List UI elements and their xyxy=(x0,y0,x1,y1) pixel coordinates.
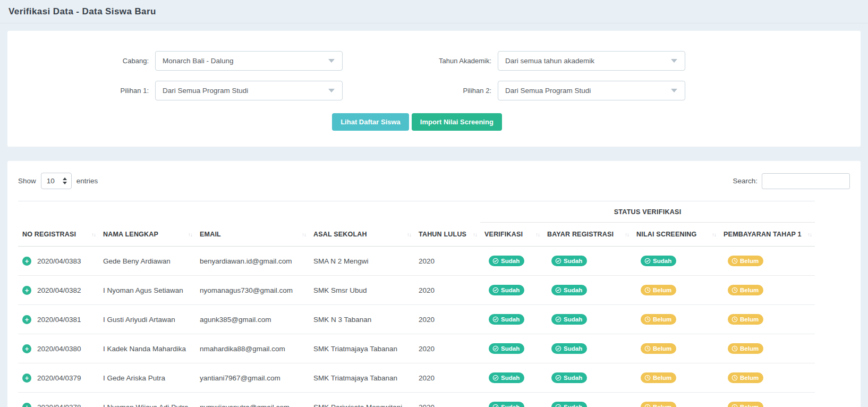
cabang-select-value: Monarch Bali - Dalung xyxy=(163,57,234,65)
no-registrasi-cell: 2020/04/0379 xyxy=(37,374,81,382)
no-registrasi-cell: 2020/04/0378 xyxy=(37,403,81,407)
verifikasi-status-badge: Sudah xyxy=(489,402,524,407)
chevron-down-icon xyxy=(328,89,335,92)
table-panel: Show 10 entries Search: STATUS VERI xyxy=(7,161,861,407)
verifikasi-status-badge: Sudah xyxy=(489,285,524,295)
nilai-screening-status-badge: Belum xyxy=(641,314,676,325)
no-registrasi-cell: 2020/04/0381 xyxy=(37,316,81,324)
email-cell: yantiani7967@gmail.com xyxy=(195,363,309,393)
col-bayar-registrasi[interactable]: BAYAR REGISTRASI↑↓ xyxy=(543,223,632,247)
tahun-akademik-label: Tahun Akademik: xyxy=(348,57,492,65)
email-cell: benyardiawan.id@gmail.com xyxy=(195,247,309,276)
no-registrasi-cell: 2020/04/0380 xyxy=(37,345,81,353)
tahun-akademik-select[interactable]: Dari semua tahun akademik xyxy=(498,51,685,71)
table-row: + 2020/04/0380 I Kadek Nanda Mahardika n… xyxy=(18,334,815,363)
nilai-screening-status-badge: Belum xyxy=(641,402,676,407)
cabang-select[interactable]: Monarch Bali - Dalung xyxy=(155,51,343,71)
sort-icon: ↑↓ xyxy=(625,232,629,238)
verifikasi-status-badge: Sudah xyxy=(489,256,524,266)
verifikasi-status-badge: Sudah xyxy=(489,314,524,325)
sort-icon: ↑↓ xyxy=(91,231,96,237)
show-label: Show xyxy=(18,177,36,185)
tahun-lulus-cell: 2020 xyxy=(414,363,480,393)
bayar-registrasi-status-badge: Sudah xyxy=(551,402,587,407)
bayar-registrasi-status-badge: Sudah xyxy=(551,256,587,266)
students-table: STATUS VERIFIKASI NO REGISTRASI↑↓ NAMA L… xyxy=(18,201,815,407)
sort-icon: ↑↓ xyxy=(807,232,812,238)
tahun-lulus-cell: 2020 xyxy=(414,393,480,407)
expand-row-button[interactable]: + xyxy=(22,344,31,353)
col-no-registrasi[interactable]: NO REGISTRASI↑↓ xyxy=(18,223,99,247)
filter-panel: Cabang: Monarch Bali - Dalung Tahun Akad… xyxy=(7,31,861,147)
filter-grid: Cabang: Monarch Bali - Dalung Tahun Akad… xyxy=(7,51,861,100)
page-length-value: 10 xyxy=(47,177,55,185)
asal-sekolah-cell: SMK Triatmajaya Tabanan xyxy=(309,363,414,393)
col-nama-lengkap[interactable]: NAMA LENGKAP↑↓ xyxy=(99,223,195,247)
table-row: + 2020/04/0382 I Nyoman Agus Setiawan ny… xyxy=(18,276,815,305)
col-tahun-lulus[interactable]: TAHUN LULUS↑↓ xyxy=(414,223,480,247)
asal-sekolah-cell: SMK Triatmajaya Tabanan xyxy=(309,334,414,363)
table-row: + 2020/04/0378 I Nyoman Wijaya Adi Putra… xyxy=(18,393,815,407)
titlebar: Verifikasi Data - Data Siswa Baru xyxy=(0,0,868,23)
sort-icon: ↑↓ xyxy=(407,231,411,237)
email-cell: agunk385@gmail.com xyxy=(195,305,309,334)
nama-lengkap-cell: Gede Beny Ardiawan xyxy=(99,247,195,276)
group-header-row: STATUS VERIFIKASI xyxy=(18,201,815,223)
sort-icon: ↑↓ xyxy=(302,231,306,237)
nama-lengkap-cell: I Nyoman Wijaya Adi Putra xyxy=(99,393,195,407)
lihat-daftar-siswa-button[interactable]: Lihat Daftar Siswa xyxy=(332,113,409,131)
sort-icon: ↑↓ xyxy=(712,232,716,238)
search-input[interactable] xyxy=(762,173,850,189)
verifikasi-status-badge: Sudah xyxy=(489,343,524,354)
verifikasi-status-badge: Sudah xyxy=(489,372,524,383)
nama-lengkap-cell: I Kadek Nanda Mahardika xyxy=(99,334,195,363)
email-cell: nymwijayaputra@gmail.com xyxy=(195,393,309,407)
import-nilai-screening-button[interactable]: Import Nilai Screening xyxy=(412,113,502,131)
chevron-down-icon xyxy=(671,59,677,63)
expand-row-button[interactable]: + xyxy=(22,374,31,383)
tahun-lulus-cell: 2020 xyxy=(414,305,480,334)
expand-row-button[interactable]: + xyxy=(22,403,31,407)
col-asal-sekolah[interactable]: ASAL SEKOLAH↑↓ xyxy=(309,223,414,247)
nilai-screening-status-badge: Belum xyxy=(641,343,676,354)
nama-lengkap-cell: I Gusti Ariyudi Artawan xyxy=(99,305,195,334)
expand-row-button[interactable]: + xyxy=(22,315,31,324)
sort-icon: ↑↓ xyxy=(188,231,192,237)
pilihan2-select[interactable]: Dari Semua Program Studi xyxy=(498,81,685,100)
table-body: + 2020/04/0383 Gede Beny Ardiawan benyar… xyxy=(18,247,815,407)
asal-sekolah-cell: SMK N 3 Tabanan xyxy=(309,305,414,334)
pilihan1-select[interactable]: Dari Semua Program Studi xyxy=(155,81,343,100)
chevron-down-icon xyxy=(671,89,677,92)
page: Verifikasi Data - Data Siswa Baru Cabang… xyxy=(0,0,868,407)
expand-row-button[interactable]: + xyxy=(22,257,31,266)
email-cell: nmahardika88@gmail.com xyxy=(195,334,309,363)
table-row: + 2020/04/0379 I Gede Ariska Putra yanti… xyxy=(18,363,815,393)
col-email[interactable]: EMAIL↑↓ xyxy=(195,223,309,247)
table-row: + 2020/04/0383 Gede Beny Ardiawan benyar… xyxy=(18,247,815,276)
expand-row-button[interactable]: + xyxy=(22,286,31,295)
sort-icon: ↑↓ xyxy=(473,231,477,237)
bayar-registrasi-status-badge: Sudah xyxy=(551,372,587,383)
bayar-registrasi-status-badge: Sudah xyxy=(551,285,587,295)
no-registrasi-cell: 2020/04/0382 xyxy=(37,286,81,294)
sort-icon: ↑↓ xyxy=(535,232,540,238)
email-cell: nyomanagus730@gmail.com xyxy=(195,276,309,305)
pilihan1-label: Pilihan 1: xyxy=(7,87,150,95)
nama-lengkap-cell: I Gede Ariska Putra xyxy=(99,363,195,393)
col-pembayaran-tahap-1[interactable]: PEMBAYARAN TAHAP 1↑↓ xyxy=(719,223,815,247)
asal-sekolah-cell: SMK Pariwisata Mengwitani xyxy=(309,393,414,407)
pilihan2-label: Pilihan 2: xyxy=(348,87,492,95)
pembayaran-tahap1-status-badge: Belum xyxy=(728,256,763,266)
search-label: Search: xyxy=(733,177,758,185)
chevron-down-icon xyxy=(328,59,335,63)
pembayaran-tahap1-status-badge: Belum xyxy=(728,343,763,354)
asal-sekolah-cell: SMK Smsr Ubud xyxy=(309,276,414,305)
pilihan1-select-value: Dari Semua Program Studi xyxy=(163,87,248,95)
col-verifikasi[interactable]: VERIFIKASI↑↓ xyxy=(480,223,543,247)
pembayaran-tahap1-status-badge: Belum xyxy=(728,402,763,407)
pilihan2-select-value: Dari Semua Program Studi xyxy=(505,87,591,95)
nilai-screening-status-badge: Belum xyxy=(641,372,676,383)
tahun-lulus-cell: 2020 xyxy=(414,247,480,276)
page-length-select[interactable]: 10 xyxy=(41,173,72,189)
col-nilai-screening[interactable]: NILAI SCREENING↑↓ xyxy=(632,223,719,247)
